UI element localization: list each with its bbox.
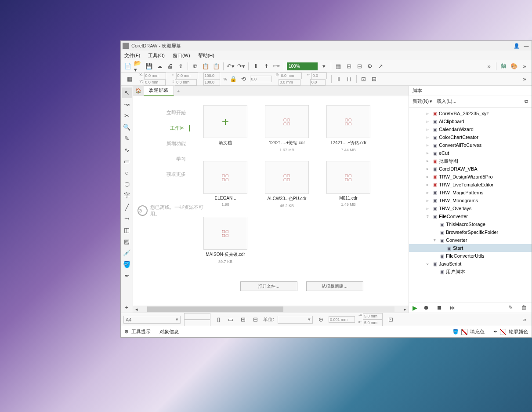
lock-ratio-icon[interactable]: 🔒 [229,75,238,84]
paper-size-select[interactable]: A4▾ [123,316,181,324]
crop-tool-icon[interactable]: ✂ [122,110,132,121]
py-input[interactable]: 0.0 [310,79,326,86]
gear-icon[interactable]: ⚙ [124,329,129,335]
tree-item[interactable]: ▣ThisMacroStorage [409,220,532,228]
export-icon[interactable]: ⇪ [176,62,185,71]
edit-script-icon[interactable]: ✎ [506,303,515,312]
tree-item[interactable]: ▿▣JavaScript [409,260,532,268]
grid-tool-icon[interactable]: ▦ [125,75,134,84]
tree-item[interactable]: ▹▣CalendarWizard [409,125,532,133]
dup-x-input[interactable]: 5.0 mm [363,313,383,320]
menu-window[interactable]: 窗口(W) [173,52,190,59]
y-input[interactable]: 0.0 mm [144,79,166,86]
save-icon[interactable]: 💾 [145,62,153,71]
tree-item[interactable]: ▣Start [409,244,532,252]
connector-tool-icon[interactable]: ⤳ [122,213,132,224]
px-input[interactable]: 0.0 [311,73,327,79]
nav-learn[interactable]: 学习 [138,156,190,162]
menu-tools[interactable]: 工具(O) [148,52,165,59]
text-tool-icon[interactable]: 字 [122,190,132,201]
tree-item[interactable]: ▣BrowseforSpecificFolder [409,228,532,236]
tree-toggle-icon[interactable]: ▹ [427,182,431,187]
pick-tool-icon[interactable]: ↖ [122,88,132,98]
import-icon[interactable]: ⬇ [251,62,260,71]
horizontal-scrollbar[interactable]: ◂ ▸ [133,306,409,313]
tree-toggle-icon[interactable]: ▿ [427,214,431,219]
nudge-input[interactable]: 0.001 mm [329,316,355,323]
sx-input[interactable]: 100.0 [203,73,220,79]
pdf-icon[interactable]: PDF [272,62,281,71]
ellipse-tool-icon[interactable]: ○ [122,168,132,178]
home-tab-icon[interactable]: 🏠 [133,86,144,96]
tree-item[interactable]: ▿▣FileConverter [409,212,532,220]
grid-icon[interactable]: ▦ [334,62,343,71]
new-document-tile[interactable]: + 新文档 [199,105,252,152]
export2-icon[interactable]: ⬆ [262,62,271,71]
zoom-tool-icon[interactable]: 🔍 [122,122,132,132]
tree-toggle-icon[interactable]: ▹ [427,151,431,155]
new-doc-icon[interactable]: 📄 [123,62,132,71]
open-icon[interactable]: 📂▾ [134,62,143,71]
page-width-input[interactable] [184,313,210,320]
scripts-tree[interactable]: ▹▣CorelVBA_262235_xyz▹▣AIClipboard▹▣Cale… [409,108,532,302]
tree-toggle-icon[interactable]: ▹ [427,135,431,139]
tree-item[interactable]: ▹▣CorelVBA_262235_xyz [409,109,532,117]
tree-item[interactable]: ▹▣AIClipboard [409,117,532,125]
overflow2-icon[interactable]: » [520,62,529,71]
rotate-icon[interactable]: ⟲ [239,75,248,84]
nav-whatsnew[interactable]: 新增功能 [138,140,190,147]
overflow4-icon[interactable]: » [520,315,529,324]
page-height-input[interactable] [184,320,210,326]
tree-item[interactable]: ▣用户脚本 [409,268,532,276]
page-layout-icon[interactable]: ⊞ [239,315,247,324]
align-tool-icon[interactable]: ⫴ [334,75,343,84]
page-layout2-icon[interactable]: ⊟ [251,315,260,324]
recent-file-tile[interactable]: ▢▢▢▢12421-...+烫钻.cdr7.44 MB [322,105,375,152]
launch-icon[interactable]: ↗ [376,62,385,71]
portrait-icon[interactable]: ▯ [214,315,223,324]
add-tab-button[interactable]: + [174,87,183,95]
fill-tool-icon[interactable]: 🪣 [122,259,132,270]
cloud-icon[interactable]: ☁ [155,62,164,71]
effects-tool-icon[interactable]: ◫ [122,225,132,235]
scripts-load-button[interactable]: 载入(L)... [437,98,456,105]
redo-icon[interactable]: ↷▾ [237,62,246,71]
zoom-dropdown-icon[interactable]: ▾ [319,62,328,71]
transparency-tool-icon[interactable]: ▨ [122,236,132,247]
rotation-input[interactable]: 0.0 [250,76,272,82]
options-icon[interactable]: ⚙ [366,62,374,71]
recent-file-tile[interactable]: ▢▢▢▢ALCW23...色PU.cdr46.2 KB [261,161,313,208]
freehand-tool-icon[interactable]: ✎ [122,133,132,144]
welcome-tab[interactable]: 欢迎屏幕 [144,86,174,96]
open-file-button[interactable]: 打开文件... [240,281,297,291]
dimension-tool-icon[interactable]: ╱ [122,202,132,212]
recent-file-tile[interactable]: ▢▢▢▢MAISON-反光银.cdr89.7 KB [199,217,252,264]
tree-toggle-icon[interactable]: ▿ [434,238,438,242]
tree-item[interactable]: ▹▣CorelDRAW_VBA [409,165,532,173]
tree-toggle-icon[interactable]: ▹ [427,127,431,131]
curve-tool-icon[interactable]: ∿ [122,145,132,155]
color-wheel-icon[interactable]: 🎨 [510,62,518,71]
fill-swatch[interactable] [461,329,467,335]
outline-pen-icon[interactable]: ✒ [493,329,497,335]
tree-toggle-icon[interactable]: ▹ [427,190,431,195]
oy-input[interactable]: 0.0 mm [279,79,300,86]
user-icon[interactable]: 👤 [513,42,520,49]
ox-input[interactable]: 0.0 mm [280,73,302,79]
polygon-tool-icon[interactable]: ⬡ [122,179,132,190]
rectangle-tool-icon[interactable]: ▭ [122,156,132,167]
tree-toggle-icon[interactable]: ▹ [427,111,431,116]
lan-icon[interactable]: 蘭 [499,62,508,71]
tree-item[interactable]: ▣FileConverterUtils [409,252,532,260]
tree-item[interactable]: ▹▣TRW_DesignWizard5Pro [409,173,532,181]
order-icon[interactable]: ⊡ [359,75,368,84]
nudge-icon[interactable]: ⊕ [316,315,325,324]
shape-tool-icon[interactable]: ↝ [122,99,132,109]
outline-swatch[interactable] [500,329,506,335]
landscape-icon[interactable]: ▭ [226,315,235,324]
undo-icon[interactable]: ↶▾ [226,62,235,71]
tree-toggle-icon[interactable]: ▿ [427,262,431,266]
tree-item[interactable]: ▿▣Converter [409,236,532,244]
recent-file-tile[interactable]: ▢▢▢▢ELEGAN...1.98 [199,161,252,208]
zoom-input[interactable]: 100% [287,62,318,70]
